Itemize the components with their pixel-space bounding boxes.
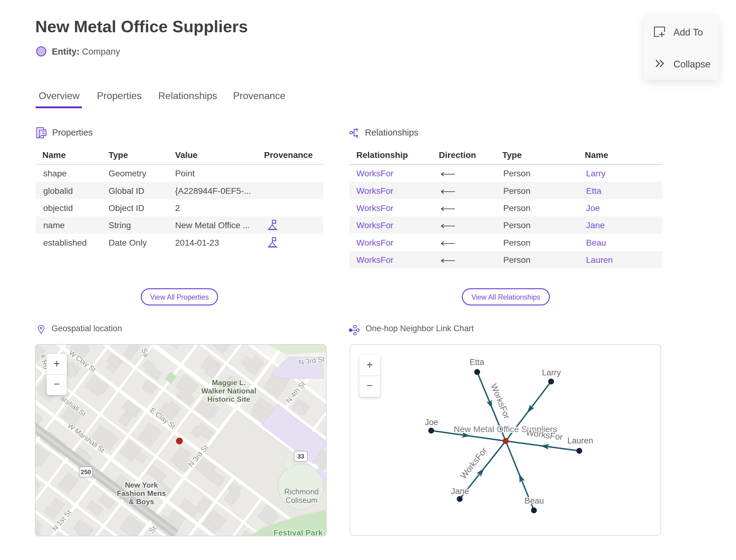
svg-text:Joe: Joe xyxy=(425,418,438,427)
svg-text:Fashion Mens: Fashion Mens xyxy=(117,489,166,497)
svg-text:Maggie L.: Maggie L. xyxy=(212,378,246,387)
svg-text:33: 33 xyxy=(297,453,304,460)
svg-text:Coliseum: Coliseum xyxy=(286,496,317,504)
svg-text:& Boys: & Boys xyxy=(129,497,154,506)
svg-text:Lauren: Lauren xyxy=(567,436,593,445)
svg-text:250: 250 xyxy=(81,469,91,475)
svg-text:Larry: Larry xyxy=(542,368,561,377)
svg-text:Etta: Etta xyxy=(470,358,485,367)
svg-text:Richmond: Richmond xyxy=(284,487,319,496)
svg-text:Walker National: Walker National xyxy=(201,387,256,395)
svg-text:Jane: Jane xyxy=(451,487,469,496)
svg-text:Beau: Beau xyxy=(524,496,544,505)
svg-text:Historic Site: Historic Site xyxy=(207,395,250,403)
svg-text:New York: New York xyxy=(125,481,158,489)
svg-text:Festival Park: Festival Park xyxy=(274,528,323,536)
